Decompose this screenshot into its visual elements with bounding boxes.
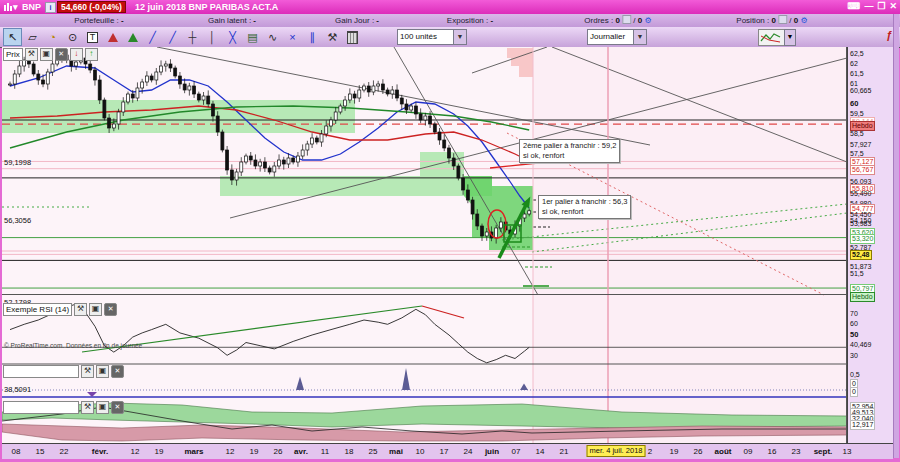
small-cross-icon[interactable]: ×: [283, 28, 302, 46]
tool-buttons: ↖▱◔⊙T╱╱┼│╳▤∿×∥⚒: [3, 28, 362, 46]
candle-body: [396, 90, 399, 98]
candle-body: [358, 90, 361, 98]
trendline: [394, 47, 538, 295]
rsi-axis-label: 50: [850, 331, 858, 339]
chevron-down-icon[interactable]: ▼: [453, 29, 467, 45]
keyboard-icon[interactable]: ⌨: [847, 1, 860, 11]
trash-icon[interactable]: [343, 28, 362, 46]
status-label: Ordres :: [584, 16, 613, 25]
candle-body: [282, 160, 285, 164]
candle-body: [230, 170, 233, 180]
symbol-label[interactable]: BNP: [22, 1, 41, 13]
title-bar: ▾ BNP i 54,660 (-0,04%) 12 juin 2018 BNP…: [0, 0, 900, 14]
axis-date-label: 11: [321, 446, 329, 457]
candle-body: [240, 162, 243, 172]
chart-pattern-icon[interactable]: ▤: [243, 28, 262, 46]
candle-body: [93, 70, 96, 80]
gear-icon[interactable]: ⚙: [645, 16, 652, 25]
status-item-ordres: Ordres : 0 / 0 ⚙: [584, 15, 651, 26]
window-icon[interactable]: ▣: [96, 401, 109, 414]
axis-date-label: mai: [389, 446, 403, 457]
candle-body: [164, 64, 167, 66]
divergence-icon[interactable]: [123, 28, 142, 46]
candle-body: [320, 134, 323, 142]
timeframe-selector[interactable]: Journalier▼: [587, 29, 635, 45]
hline-icon[interactable]: ┼: [183, 28, 202, 46]
candle-body: [211, 104, 214, 116]
candle-body: [523, 214, 526, 218]
candle-body: [46, 72, 49, 84]
unit-selector[interactable]: 100 unités▼: [397, 29, 455, 45]
candle-bar: [4, 5, 6, 11]
measure-icon[interactable]: ▱: [23, 28, 42, 46]
close-icon[interactable]: ✕: [55, 48, 68, 61]
zigzag-icon[interactable]: ∿: [263, 28, 282, 46]
rsi-trend-red: [422, 306, 464, 318]
close-icon[interactable]: ✕: [111, 401, 124, 414]
candle-body: [178, 76, 181, 84]
candle-body: [292, 158, 295, 162]
restore-button[interactable]: ❐: [877, 1, 885, 11]
price-axis[interactable]: 62,56261,56160,6656059,559,144Hebdo58,55…: [847, 47, 894, 443]
chart-style-button[interactable]: ▼: [758, 29, 786, 46]
line-icon[interactable]: ╱: [163, 28, 182, 46]
candle-bar: [7, 3, 9, 11]
annotation-1er-palier[interactable]: 1er palier à franchir : 56,3 si ok, renf…: [538, 195, 631, 219]
axis-date-label: 21: [560, 446, 569, 457]
pointer-icon[interactable]: ↖: [3, 28, 22, 46]
candle-body: [169, 64, 172, 68]
candle-body: [495, 228, 498, 238]
grid-icon[interactable]: [622, 15, 631, 24]
wrench-icon[interactable]: ⚒: [74, 303, 87, 316]
buy-arrow-icon[interactable]: ↑: [85, 48, 98, 61]
vline-icon[interactable]: │: [203, 28, 222, 46]
chevron-down-icon[interactable]: ▼: [633, 29, 647, 45]
parallel-lines-icon[interactable]: ∥: [303, 28, 322, 46]
window-icon[interactable]: ▣: [89, 303, 102, 316]
axis-date-label: 15: [36, 446, 45, 457]
time-axis[interactable]: mer. 4 juil. 2018 081522févr.1219mars121…: [2, 443, 893, 459]
wrench-icon[interactable]: ⚒: [81, 365, 94, 378]
info-icon[interactable]: i: [45, 2, 56, 13]
pattern-detect-icon[interactable]: [103, 28, 122, 46]
axis-price-label: 60: [850, 100, 858, 108]
last-price-badge: 54,660 (-0,04%): [57, 1, 126, 13]
candle-body: [18, 66, 21, 74]
annotation-2eme-palier[interactable]: 2ème palier à franchir : 59,2 si ok, ren…: [519, 139, 620, 163]
zoom-icon[interactable]: ⊙: [63, 28, 82, 46]
candle-body: [108, 118, 111, 128]
wrench-icon[interactable]: ⚒: [25, 48, 38, 61]
text-icon[interactable]: T: [83, 28, 102, 46]
candle-body: [462, 178, 465, 190]
indicator-fx-icon[interactable]: ƒ: [886, 29, 892, 41]
candle-body: [150, 76, 153, 80]
candle-body: [259, 162, 262, 166]
alarm-icon[interactable]: ◔: [43, 28, 62, 46]
close-icon[interactable]: ✕: [104, 303, 117, 316]
axis-date-label: févr.: [92, 446, 108, 457]
panel3-axis-label: 0,5: [850, 371, 860, 379]
window-icon[interactable]: ▣: [96, 365, 109, 378]
rsi-axis-label: 70: [850, 310, 858, 318]
candle-body: [414, 106, 417, 114]
settings-icon[interactable]: ⚒: [323, 28, 342, 46]
minimize-button[interactable]: —: [864, 1, 873, 11]
window-icon[interactable]: ▣: [40, 48, 53, 61]
close-icon[interactable]: ✕: [111, 365, 124, 378]
close-button[interactable]: ✕: [889, 1, 897, 11]
cross-lines-icon[interactable]: ╳: [223, 28, 242, 46]
segment-icon[interactable]: ╱: [143, 28, 162, 46]
candle-body: [226, 150, 229, 170]
watermark: © ProRealTime.com. Données en fin de jou…: [4, 342, 142, 349]
gear-icon[interactable]: ⚙: [801, 16, 808, 25]
sell-arrow-icon[interactable]: ↓: [70, 48, 83, 61]
panel3-spike: [296, 377, 304, 391]
chevron-down-icon[interactable]: ▼: [784, 29, 796, 46]
chart-canvas[interactable]: Prix ⚒ ▣ ✕ ↓ ↑ © ProRealTime.com. Donnée…: [2, 47, 847, 443]
wrench-icon[interactable]: ⚒: [81, 401, 94, 414]
symbol-dropdown-caret[interactable]: ▾: [13, 1, 18, 13]
axis-date-label: 07: [512, 446, 521, 457]
candle-body: [216, 116, 219, 132]
candle-body: [42, 80, 45, 84]
grid-icon[interactable]: [778, 15, 787, 24]
